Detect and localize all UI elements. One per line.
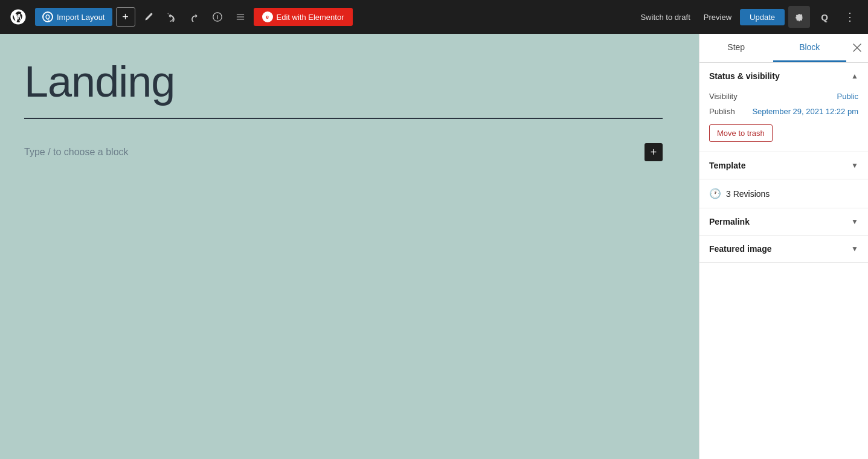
chevron-up-icon: ▲: [851, 72, 858, 80]
wp-logo-button[interactable]: [7, 6, 29, 28]
import-q-icon: Q: [42, 11, 53, 22]
import-layout-label: Import Layout: [57, 13, 105, 22]
template-label: Template: [709, 161, 745, 170]
tab-step[interactable]: Step: [699, 34, 773, 62]
featured-image-section: Featured image ▼: [699, 236, 868, 263]
list-view-button[interactable]: [231, 7, 250, 27]
switch-to-draft-button[interactable]: Switch to draft: [635, 9, 695, 25]
visibility-value[interactable]: Public: [837, 92, 858, 101]
user-q-label: Q: [821, 12, 828, 22]
revisions-section: 🕐 3 Revisions: [699, 179, 868, 208]
info-button[interactable]: [208, 7, 227, 27]
visibility-label: Visibility: [709, 92, 738, 101]
featured-image-header[interactable]: Featured image ▼: [699, 236, 868, 262]
sidebar-close-button[interactable]: [846, 34, 868, 62]
close-icon: [853, 43, 861, 52]
add-block-inline-button[interactable]: +: [645, 143, 663, 161]
status-visibility-content: Visibility Public Publish September 29, …: [699, 89, 868, 152]
permalink-header[interactable]: Permalink ▼: [699, 208, 868, 235]
publish-value[interactable]: September 29, 2021 12:22 pm: [752, 107, 858, 116]
edit-pen-button[interactable]: [139, 7, 158, 27]
edit-with-elementor-button[interactable]: e Edit with Elementor: [254, 8, 353, 26]
add-icon: +: [122, 11, 129, 24]
elementor-icon: e: [262, 11, 273, 22]
sidebar-panel: Step Block Status & visibility ▲ Visibil…: [699, 34, 868, 459]
settings-button[interactable]: [788, 6, 810, 28]
redo-icon: [190, 12, 199, 22]
elementor-label: Edit with Elementor: [277, 13, 344, 22]
gear-icon: [794, 12, 804, 22]
main-area: Landing Type / to choose a block + Step …: [0, 34, 868, 459]
undo-icon: [167, 12, 176, 22]
chevron-down-icon: ▼: [851, 161, 858, 170]
status-visibility-section: Status & visibility ▲ Visibility Public …: [699, 63, 868, 152]
permalink-section: Permalink ▼: [699, 208, 868, 236]
pen-icon: [144, 12, 153, 22]
block-placeholder: Type / to choose a block +: [24, 137, 663, 167]
move-to-trash-button[interactable]: Move to trash: [709, 124, 773, 142]
import-layout-button[interactable]: Q Import Layout: [35, 8, 112, 26]
template-section: Template ▼: [699, 152, 868, 179]
redo-button[interactable]: [185, 7, 204, 27]
revisions-clock-icon: 🕐: [709, 188, 721, 199]
sidebar-tabs: Step Block: [699, 34, 868, 63]
revisions-row[interactable]: 🕐 3 Revisions: [699, 179, 868, 208]
toolbar: Q Import Layout + e Edit with Elemen: [0, 0, 868, 34]
featured-image-chevron-down-icon: ▼: [851, 245, 858, 253]
status-visibility-header[interactable]: Status & visibility ▲: [699, 63, 868, 89]
wp-logo-icon: [10, 8, 27, 25]
tab-block[interactable]: Block: [773, 34, 847, 62]
publish-label: Publish: [709, 107, 735, 116]
page-title[interactable]: Landing: [24, 58, 663, 106]
revisions-label: 3 Revisions: [726, 189, 770, 199]
update-button[interactable]: Update: [740, 9, 785, 25]
permalink-label: Permalink: [709, 217, 750, 226]
publish-row: Publish September 29, 2021 12:22 pm: [709, 107, 858, 116]
editor-canvas[interactable]: Landing Type / to choose a block +: [0, 34, 699, 459]
permalink-chevron-down-icon: ▼: [851, 217, 858, 226]
undo-button[interactable]: [162, 7, 181, 27]
visibility-row: Visibility Public: [709, 92, 858, 101]
status-visibility-label: Status & visibility: [709, 71, 780, 81]
page-divider: [24, 118, 663, 119]
info-icon: [213, 12, 222, 22]
more-options-button[interactable]: ⋮: [839, 6, 861, 28]
list-icon: [236, 12, 245, 22]
user-account-button[interactable]: Q: [814, 6, 835, 28]
featured-image-label: Featured image: [709, 244, 771, 254]
placeholder-text[interactable]: Type / to choose a block: [24, 147, 129, 158]
add-block-button[interactable]: +: [116, 7, 135, 27]
preview-button[interactable]: Preview: [699, 9, 736, 25]
ellipsis-icon: ⋮: [844, 10, 855, 24]
template-header[interactable]: Template ▼: [699, 152, 868, 179]
